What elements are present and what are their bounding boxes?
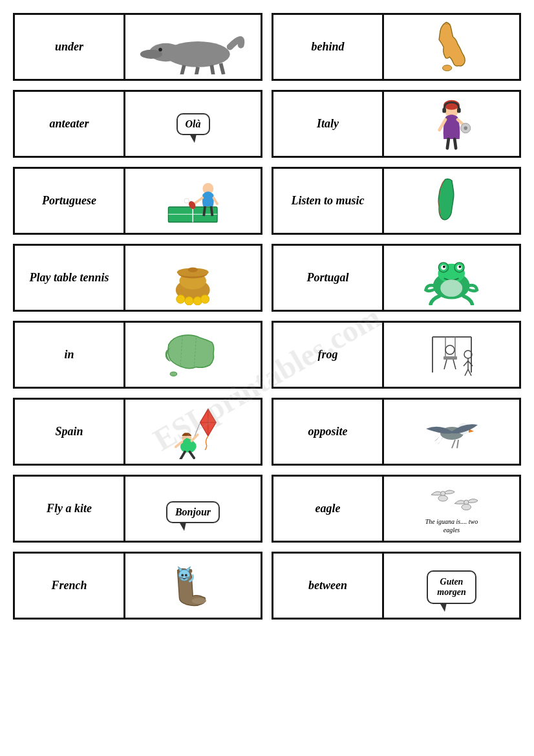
svg-line-59 [444, 360, 447, 369]
domino-italy-text: Italy [273, 92, 384, 156]
domino-under-text: under [15, 15, 125, 79]
svg-line-27 [214, 198, 218, 204]
svg-point-2 [140, 50, 162, 59]
svg-line-19 [454, 139, 456, 148]
svg-line-60 [453, 360, 456, 369]
svg-line-4 [196, 67, 198, 74]
domino-opposite-text: opposite [273, 400, 384, 464]
domino-eagle-word-image: The iguana is.... twoeagles [384, 477, 519, 541]
domino-in-image [125, 323, 261, 387]
svg-rect-57 [443, 356, 457, 360]
domino-eagle-word-text: eagle [273, 477, 384, 541]
svg-rect-13 [457, 108, 461, 113]
domino-spain-text: Spain [15, 400, 125, 464]
svg-line-74 [181, 452, 186, 459]
domino-anteater-text: anteater [15, 92, 125, 156]
svg-rect-12 [442, 108, 446, 113]
domino-behind: behind [272, 13, 521, 81]
domino-between-image: Gutenmorgen [384, 554, 519, 618]
svg-point-7 [158, 48, 162, 52]
svg-line-63 [464, 361, 468, 366]
domino-listen-music-image [384, 169, 519, 233]
domino-eagle-word: eagle The iguana is.... twoeagles [272, 475, 521, 543]
domino-opposite: opposite [272, 398, 521, 466]
svg-point-58 [445, 345, 454, 354]
svg-line-18 [447, 139, 449, 148]
domino-french-image [125, 554, 261, 618]
svg-point-90 [182, 574, 184, 577]
speech-bubble-ola: Olà [176, 113, 210, 135]
domino-fly-kite: Fly a kite Bonjour [13, 475, 262, 543]
domino-portuguese-image [125, 169, 261, 233]
domino-behind-text: behind [273, 15, 384, 79]
speech-bubble-bonjour: Bonjour [166, 501, 220, 523]
svg-point-17 [464, 126, 467, 130]
domino-spain: Spain [13, 398, 262, 466]
svg-point-8 [442, 65, 451, 71]
domino-portuguese: Portuguese [13, 167, 262, 235]
svg-line-80 [457, 440, 458, 448]
svg-point-48 [441, 279, 463, 296]
domino-fly-kite-image: Bonjour [125, 477, 261, 541]
svg-line-79 [452, 440, 455, 448]
speech-text-guten: Gutenmorgen [437, 577, 465, 597]
domino-italy: Italy [272, 90, 521, 158]
domino-anteater-image: Olà [125, 92, 261, 156]
svg-point-37 [185, 297, 193, 305]
svg-line-29 [211, 206, 213, 216]
svg-point-47 [459, 266, 462, 268]
domino-portuguese-text: Portuguese [15, 169, 125, 233]
speech-text-ola: Olà [186, 118, 201, 129]
domino-frog-word-text: frog [273, 323, 384, 387]
svg-point-39 [201, 295, 209, 303]
svg-point-51 [170, 372, 177, 376]
domino-under-image [125, 15, 261, 79]
domino-listen-music-text: Listen to music [273, 169, 384, 233]
domino-between: between Gutenmorgen [272, 552, 521, 620]
svg-line-75 [190, 452, 195, 458]
domino-in: in [13, 321, 262, 389]
svg-point-36 [176, 295, 185, 303]
svg-line-28 [204, 206, 205, 216]
svg-point-84 [462, 504, 471, 510]
domino-listen-music: Listen to music [272, 167, 521, 235]
svg-line-6 [220, 63, 223, 74]
eagle-caption: The iguana is.... twoeagles [425, 517, 478, 534]
svg-point-35 [188, 267, 198, 272]
svg-point-30 [184, 199, 189, 204]
domino-frog-word-image [384, 323, 519, 387]
domino-french: French [13, 552, 262, 620]
domino-italy-image [384, 92, 519, 156]
domino-portugal-text: Portugal [273, 246, 384, 310]
domino-anteater: anteater Olà [13, 90, 262, 158]
svg-line-5 [211, 65, 213, 74]
domino-play-table-tennis: Play table tennis [13, 244, 262, 312]
domino-french-text: French [15, 554, 125, 618]
card-grid: under behind [13, 13, 521, 620]
domino-between-text: between [273, 554, 384, 618]
domino-play-table-tennis-text: Play table tennis [15, 246, 125, 310]
speech-text-bonjour: Bonjour [175, 506, 211, 517]
domino-in-text: in [15, 323, 125, 387]
domino-portugal-image [384, 246, 519, 310]
svg-line-25 [194, 198, 202, 204]
svg-point-91 [185, 574, 187, 577]
svg-line-65 [465, 369, 468, 376]
domino-fly-kite-text: Fly a kite [15, 477, 125, 541]
speech-bubble-guten: Gutenmorgen [427, 570, 476, 604]
domino-spain-image [125, 400, 261, 464]
domino-behind-image [384, 15, 519, 79]
domino-under: under [13, 13, 262, 81]
domino-play-table-tennis-image [125, 246, 261, 310]
svg-point-46 [443, 266, 445, 268]
svg-point-82 [438, 495, 447, 501]
domino-opposite-image [384, 400, 519, 464]
domino-portugal: Portugal [272, 244, 521, 312]
svg-point-86 [192, 598, 207, 603]
svg-line-3 [181, 65, 184, 74]
domino-frog-word: frog [272, 321, 521, 389]
